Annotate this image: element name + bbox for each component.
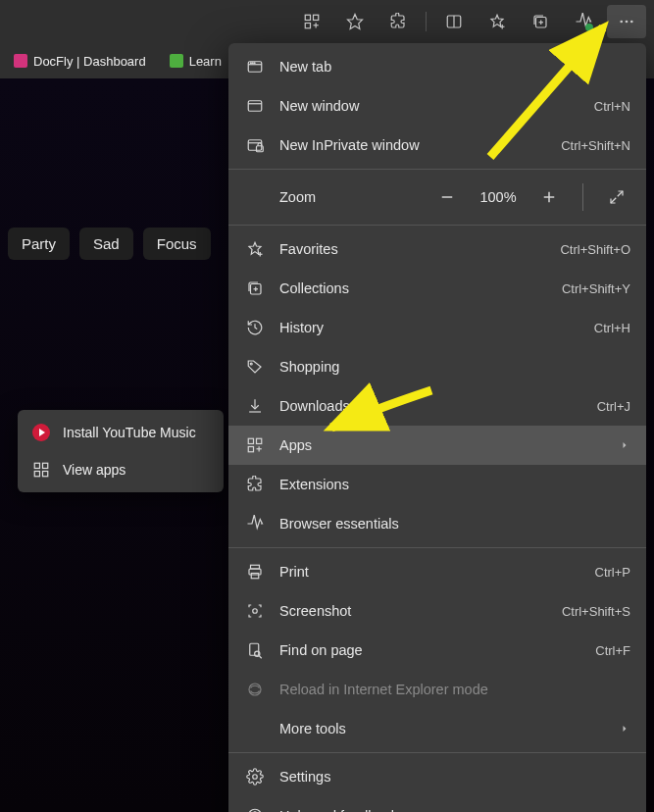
split-screen-icon[interactable]	[434, 5, 474, 38]
downloads-icon	[244, 397, 266, 415]
more-icon[interactable]	[607, 5, 646, 38]
performance-icon[interactable]	[564, 5, 603, 38]
chip-party[interactable]: Party	[8, 228, 70, 260]
svg-point-16	[630, 21, 633, 24]
menu-new-window[interactable]: New window Ctrl+N	[228, 86, 646, 126]
menu-find-on-page[interactable]: Find on page Ctrl+F	[228, 631, 646, 670]
menu-label: Help and feedback	[279, 808, 605, 812]
menu-favorites[interactable]: Favorites Ctrl+Shift+O	[228, 229, 646, 269]
svg-point-25	[254, 63, 255, 64]
zoom-in-button[interactable]	[535, 183, 563, 211]
menu-label: Apps	[279, 437, 605, 453]
menu-new-inprivate-window[interactable]: New InPrivate window Ctrl+Shift+N	[228, 126, 646, 165]
menu-settings[interactable]: Settings	[228, 757, 646, 796]
chip-sad[interactable]: Sad	[79, 228, 133, 260]
menu-separator	[228, 169, 646, 170]
menu-separator	[228, 225, 646, 226]
svg-rect-47	[248, 447, 253, 452]
apps-submenu: Install YouTube Music View apps	[18, 410, 224, 492]
submenu-view-apps[interactable]: View apps	[22, 451, 220, 488]
chip-focus[interactable]: Focus	[143, 228, 211, 260]
apps-icon[interactable]	[292, 5, 331, 38]
svg-rect-0	[305, 15, 310, 20]
extensions-icon	[244, 476, 266, 493]
menu-history[interactable]: History Ctrl+H	[228, 308, 646, 347]
menu-collections[interactable]: Collections Ctrl+Shift+Y	[228, 269, 646, 308]
menu-extensions[interactable]: Extensions	[228, 465, 646, 504]
menu-zoom: Zoom 100%	[228, 174, 646, 221]
svg-point-14	[620, 21, 623, 24]
menu-shortcut: Ctrl+Shift+S	[562, 604, 630, 619]
favorites-icon[interactable]	[478, 5, 517, 38]
tab-docfly[interactable]: DocFly | Dashboard	[4, 46, 156, 76]
favicon-docfly	[14, 54, 27, 68]
menu-label: New window	[279, 98, 580, 114]
svg-rect-18	[43, 463, 48, 468]
menu-screenshot[interactable]: Screenshot Ctrl+Shift+S	[228, 591, 646, 631]
menu-print[interactable]: Print Ctrl+P	[228, 552, 646, 591]
menu-shortcut: Ctrl+Shift+Y	[562, 281, 630, 296]
submenu-install-youtube-music[interactable]: Install YouTube Music	[22, 414, 220, 451]
menu-label: Browser essentials	[279, 516, 630, 532]
svg-point-58	[253, 775, 258, 780]
menu-label: Settings	[279, 769, 630, 785]
svg-point-24	[252, 63, 253, 64]
tab-title: Learn	[189, 54, 222, 69]
menu-downloads[interactable]: Downloads Ctrl+J	[228, 386, 646, 426]
menu-label: Find on page	[279, 642, 581, 658]
apps-grid-icon	[31, 461, 51, 479]
svg-rect-1	[314, 15, 319, 20]
svg-rect-28	[248, 140, 262, 151]
menu-shortcut: Ctrl+P	[595, 565, 630, 580]
extensions-icon[interactable]	[378, 5, 418, 38]
svg-rect-45	[248, 438, 253, 443]
svg-line-35	[618, 191, 623, 196]
new-tab-icon	[244, 58, 266, 76]
menu-more-tools[interactable]: More tools	[228, 709, 646, 748]
menu-new-tab[interactable]: New tab	[228, 47, 646, 86]
menu-separator	[228, 752, 646, 753]
collections-icon[interactable]	[521, 5, 560, 38]
fullscreen-button[interactable]	[603, 183, 630, 211]
menu-label: More tools	[279, 721, 605, 736]
gear-icon	[244, 768, 266, 786]
menu-ie-mode: Reload in Internet Explorer mode	[228, 670, 646, 709]
favorite-star-icon[interactable]	[335, 5, 375, 38]
menu-browser-essentials[interactable]: Browser essentials	[228, 504, 646, 543]
menu-shortcut: Ctrl+Shift+O	[560, 242, 630, 257]
svg-line-34	[611, 198, 616, 203]
menu-shopping[interactable]: Shopping	[228, 347, 646, 386]
tab-title: DocFly | Dashboard	[33, 54, 146, 69]
menu-shortcut: Ctrl+N	[594, 99, 630, 114]
ie-icon	[244, 681, 266, 698]
svg-rect-52	[251, 574, 259, 579]
collections-icon	[244, 279, 266, 297]
youtube-icon	[31, 424, 51, 441]
help-icon	[244, 807, 266, 812]
history-icon	[244, 319, 266, 336]
svg-line-56	[260, 656, 262, 658]
screenshot-icon	[244, 602, 266, 620]
tab-learn[interactable]: Learn	[160, 46, 231, 76]
svg-rect-20	[43, 472, 48, 477]
print-icon	[244, 563, 266, 581]
inprivate-icon	[244, 136, 266, 154]
menu-separator	[228, 547, 646, 548]
essentials-icon	[244, 515, 266, 533]
menu-apps[interactable]: Apps	[228, 426, 646, 465]
menu-label: Extensions	[279, 477, 630, 492]
menu-label: Downloads	[279, 398, 583, 414]
menu-label: Favorites	[279, 241, 546, 257]
svg-point-42	[250, 363, 252, 365]
menu-help[interactable]: Help and feedback	[228, 796, 646, 812]
zoom-out-button[interactable]	[433, 183, 461, 211]
menu-label: Collections	[279, 280, 548, 296]
svg-rect-26	[248, 101, 262, 112]
mood-chips: Party Sad Focus	[8, 228, 211, 260]
toolbar-divider	[426, 12, 427, 31]
svg-rect-17	[34, 463, 39, 468]
svg-marker-36	[249, 242, 261, 254]
svg-point-53	[253, 609, 258, 614]
find-icon	[244, 641, 266, 659]
apps-icon	[244, 436, 266, 454]
